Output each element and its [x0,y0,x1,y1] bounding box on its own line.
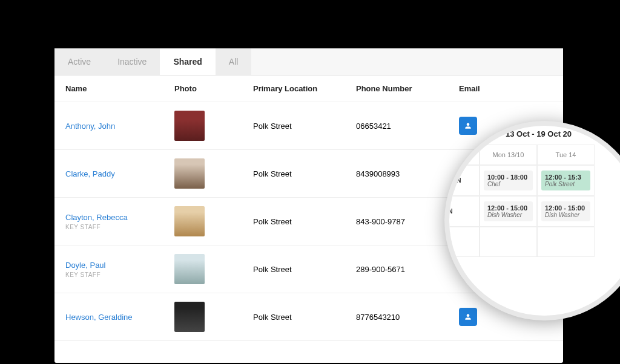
day-header-mon: Mon 13/10 [480,145,537,165]
phone-cell: 06653421 [356,122,459,131]
tab-inactive[interactable]: Inactive [104,48,160,75]
location-cell: Polk Street [253,265,356,274]
header-name: Name [65,84,174,93]
phone-cell: 8776543210 [356,313,459,322]
shift-time: 12:00 - 15:00 [487,204,527,212]
empty-cell[interactable] [480,227,537,257]
day-header-tue: Tue 14 [537,145,595,165]
header-photo: Photo [174,84,253,93]
location-cell: Polk Street [253,122,356,131]
shift-block[interactable]: 10:00 - 18:00Chef [484,171,533,190]
header-phone: Phone Number [356,84,459,93]
schedule-grid: Draft Mon 13/10 Tue 14 GLENNON 10:00 - 1… [444,145,620,257]
shift-block[interactable]: 12:00 - 15:00Dish Washer [484,201,533,221]
email-button[interactable] [459,308,477,326]
header-email: Email [459,84,544,93]
phone-cell: 843-900-9787 [356,217,459,226]
shift-time: 12:00 - 15:00 [545,204,585,212]
shift-role: Polk Street [545,181,587,187]
staff-link[interactable]: Clarke, Paddy [65,169,115,178]
shift-role: Chef [487,181,529,187]
phone-cell: 289-900-5671 [356,265,459,274]
staff-link[interactable]: Anthony, John [65,122,115,131]
date-range: 13 Oct - 19 Oct 20 [506,129,572,138]
empty-cell[interactable] [537,227,595,257]
staff-link[interactable]: Clayton, Rebecca [65,213,128,222]
tab-shared[interactable]: Shared [160,48,215,75]
location-cell: Polk Street [253,217,356,226]
email-button[interactable] [459,117,477,135]
user-icon [464,313,472,321]
staff-sublabel: KEY STAFF [65,224,174,230]
staff-link[interactable]: Doyle, Paul [65,261,105,270]
user-icon [464,122,472,130]
tab-all[interactable]: All [216,48,252,75]
person-name: RONAN [444,196,480,227]
shift-time: 12:00 - 15:3 [545,174,581,181]
shift-block[interactable]: 12:00 - 15:00Dish Washer [541,201,590,221]
header-location: Primary Location [253,84,356,93]
location-cell: Polk Street [253,313,356,322]
avatar [174,111,205,141]
person-name: TINE [444,227,480,257]
staff-link[interactable]: Hewson, Geraldine [65,313,133,322]
shift-time: 10:00 - 18:00 [487,174,527,181]
tab-active[interactable]: Active [54,48,104,75]
tabs: Active Inactive Shared All [54,48,563,76]
shift-block[interactable]: 12:00 - 15:3Polk Street [541,171,590,190]
location-cell: Polk Street [253,169,356,178]
avatar [174,158,205,189]
phone-cell: 8439008993 [356,169,459,178]
shift-role: Dish Washer [487,212,529,218]
avatar [174,254,205,284]
shift-role: Dish Washer [545,212,587,218]
avatar [174,206,205,236]
table-header: Name Photo Primary Location Phone Number… [54,76,563,102]
avatar [174,302,205,332]
staff-sublabel: KEY STAFF [65,271,174,278]
